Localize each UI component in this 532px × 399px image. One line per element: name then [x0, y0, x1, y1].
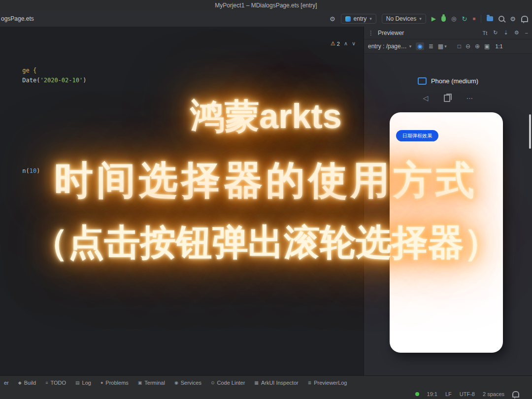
notifications-icon[interactable] [521, 16, 528, 22]
code-line: n(10) [1, 161, 40, 181]
page-back-icon[interactable]: ◁ [423, 94, 429, 102]
editor-tab[interactable]: ogsPage.ets [0, 11, 40, 27]
grid-view-button[interactable]: ▦ ▾ [438, 43, 447, 50]
profiler-button[interactable]: ◎ [451, 16, 456, 22]
previewer-settings-icon[interactable]: ⚙ [514, 30, 519, 36]
statusbar-tool-services[interactable]: ◉ Services [174, 380, 201, 386]
statusbar-tool-terminal[interactable]: ▣ Terminal [138, 380, 165, 386]
services-icon: ◉ [174, 380, 178, 385]
code-token: ) [83, 77, 86, 84]
font-size-icon[interactable]: Tt [482, 30, 487, 36]
code-line: Date('2020-02-10') [1, 70, 86, 91]
tool-label: PreviewerLog [314, 380, 347, 386]
previewer-log-icon: ≣ [308, 380, 312, 385]
problems-icon: ● [100, 380, 103, 385]
debug-button[interactable] [441, 16, 446, 22]
statusbar-tool-problems[interactable]: ● Problems [100, 380, 129, 386]
run-button[interactable]: ▶ [432, 16, 436, 22]
device-name: Phone (medium) [431, 77, 478, 85]
grid-icon: ▦ [438, 43, 443, 50]
chevron-down-icon: ▾ [369, 16, 372, 21]
indent-setting[interactable]: 2 spaces [483, 391, 504, 397]
log-icon: ▤ [75, 380, 80, 385]
tool-label: Problems [105, 380, 128, 386]
zoom-out-icon[interactable]: ⊖ [466, 43, 470, 50]
notification-icon[interactable] [512, 391, 519, 398]
tool-label: Code Linter [217, 380, 245, 386]
device-controls: ◁ ⋯ [364, 94, 532, 102]
tool-label: er [4, 380, 9, 386]
panel-options-icon[interactable]: ⋮ [368, 30, 374, 36]
status-dot-icon [415, 392, 419, 396]
chevron-down-icon: ▾ [444, 44, 447, 49]
tool-label: Log [82, 380, 91, 386]
toolbar-separator [481, 15, 481, 23]
code-editor[interactable]: ⚠ 2 ∧ ∨ ge { Date('2020-02-10') n(10) [0, 27, 364, 375]
more-options-icon[interactable]: ⋯ [466, 94, 473, 102]
phone-icon [418, 77, 427, 85]
caret-position[interactable]: 19:1 [427, 391, 437, 397]
encoding[interactable]: UTF-8 [460, 391, 475, 397]
linter-icon: ⊙ [211, 380, 215, 385]
main-toolbar: ogsPage.ets ⚙ entry ▾ No Devices ▾ ▶ ◎ ↻… [0, 11, 532, 27]
route-label: entry : /page… [368, 43, 407, 50]
layers-icon[interactable]: ≣ [429, 43, 433, 50]
line-ending[interactable]: LF [445, 391, 452, 397]
ide-gear-icon[interactable]: ⚙ [330, 16, 335, 22]
frame-icon[interactable]: □ [458, 43, 461, 50]
route-selector[interactable]: entry : /page… ▾ [368, 43, 411, 50]
statusbar-tool-truncated[interactable]: er [4, 380, 9, 386]
editor-inspections-widget[interactable]: ⚠ 2 ∧ ∨ [331, 40, 356, 47]
prev-problem-icon[interactable]: ∧ [344, 40, 348, 47]
previewer-header-actions: Tt ↻ ⇣ ⚙ − [482, 30, 528, 36]
project-structure-icon[interactable] [487, 16, 493, 21]
tool-label: Build [24, 380, 36, 386]
pages-icon[interactable] [444, 95, 450, 102]
tool-label: Terminal [144, 380, 165, 386]
zoom-in-icon[interactable]: ⊕ [475, 43, 480, 50]
status-bar: 19:1 LF UTF-8 2 spaces [0, 389, 532, 399]
previewer-toolbar: entry : /page… ▾ ◉ ≣ ▦ ▾ □ ⊖ ⊕ ▣ 1:1 [364, 39, 532, 54]
device-label: Phone (medium) [364, 77, 532, 85]
previewer-header: ⋮ Previewer Tt ↻ ⇣ ⚙ − [364, 27, 532, 39]
statusbar-tool-build[interactable]: ◆ Build [18, 380, 36, 386]
chevron-down-icon: ▾ [409, 44, 412, 49]
settings-gear-icon[interactable]: ⚙ [510, 16, 516, 22]
statusbar-tool-previewer-log[interactable]: ≣ PreviewerLog [308, 380, 347, 386]
code-token: Date( [22, 77, 40, 84]
statusbar-tool-todo[interactable]: ≡ TODO [45, 380, 66, 386]
code-token: ) [36, 167, 40, 174]
minimize-icon[interactable]: − [525, 30, 528, 36]
statusbar-tool-arkui-inspector[interactable]: ▦ ArkUI Inspector [254, 380, 298, 386]
stop-button[interactable]: ■ [472, 16, 475, 21]
next-problem-icon[interactable]: ∨ [352, 40, 356, 47]
inspector-icon: ▦ [254, 380, 259, 385]
tool-label: TODO [50, 380, 66, 386]
inspect-toggle-icon[interactable]: ◉ [416, 42, 424, 50]
date-dialog-button-label: 日期弹框效果 [402, 133, 432, 138]
tool-label: ArkUI Inspector [261, 380, 299, 386]
statusbar-tool-log[interactable]: ▤ Log [75, 380, 91, 386]
scrollbar[interactable] [529, 114, 531, 149]
terminal-icon: ▣ [138, 380, 142, 385]
fit-screen-icon[interactable]: ▣ [484, 43, 490, 50]
phone-preview: 日期弹框效果 [390, 112, 503, 353]
ide-window: MyPorject1 – MDialogsPage.ets [entry] og… [0, 0, 532, 399]
search-icon[interactable] [499, 16, 504, 22]
rerun-button[interactable]: ↻ [462, 16, 467, 22]
previewer-panel: ⋮ Previewer Tt ↻ ⇣ ⚙ − entry : /page… ▾ … [364, 27, 532, 375]
editor-tab-label: ogsPage.ets [1, 15, 34, 22]
device-selector-label: No Devices [386, 15, 416, 22]
code-token: '2020-02-10' [40, 77, 83, 84]
run-config-selector[interactable]: entry ▾ [341, 14, 376, 24]
statusbar-tool-code-linter[interactable]: ⊙ Code Linter [211, 380, 245, 386]
refresh-icon[interactable]: ↻ [493, 30, 498, 36]
chevron-down-icon: ▾ [419, 16, 422, 21]
window-titlebar: MyPorject1 – MDialogsPage.ets [entry] [0, 0, 532, 11]
toolbar-actions: ⚙ entry ▾ No Devices ▾ ▶ ◎ ↻ ■ ⚙ [330, 14, 532, 24]
device-selector[interactable]: No Devices ▾ [382, 14, 426, 24]
collapse-icon[interactable]: ⇣ [503, 30, 508, 36]
zoom-ratio[interactable]: 1:1 [495, 43, 502, 49]
todo-icon: ≡ [45, 380, 48, 385]
date-dialog-button[interactable]: 日期弹框效果 [396, 130, 438, 141]
